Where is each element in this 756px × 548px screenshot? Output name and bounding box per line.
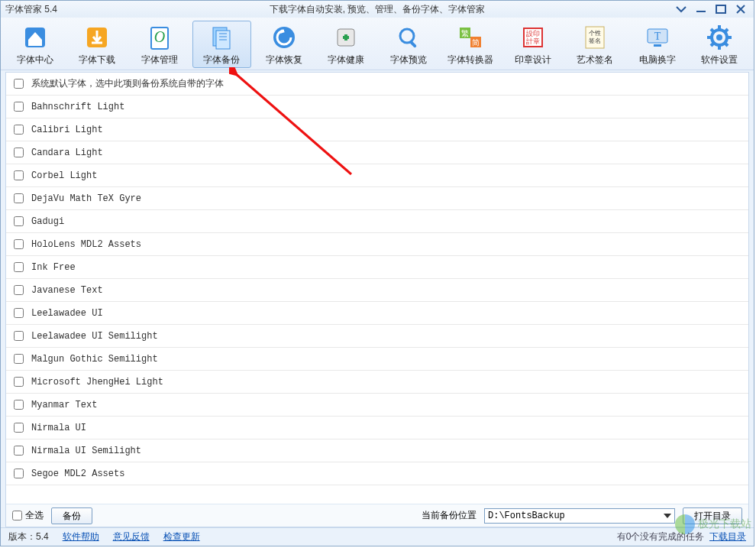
content-panel: 系统默认字体，选中此项则备份系统自带的字体 Bahnschrift Light … (5, 72, 749, 527)
font-checkbox[interactable] (14, 148, 24, 157)
toolbar-font-backup[interactable]: 字体备份 (192, 21, 252, 68)
font-name: Javanese Text (31, 285, 103, 296)
font-row[interactable]: Corbel Light (6, 164, 748, 187)
feedback-link[interactable]: 意见反馈 (113, 530, 150, 543)
font-row[interactable]: Gadugi (6, 210, 748, 233)
close-icon[interactable] (732, 3, 749, 15)
help-link[interactable]: 软件帮助 (63, 530, 99, 543)
version-label: 版本：5.4 (8, 530, 49, 543)
toolbar-settings[interactable]: 软件设置 (690, 21, 750, 68)
font-checkbox[interactable] (14, 377, 24, 387)
font-name: Ink Free (31, 262, 76, 273)
seal-icon: 設印計章 (519, 23, 548, 52)
toolbar-label: 字体健康 (328, 54, 364, 66)
font-name: Nirmala UI (31, 423, 86, 433)
svg-text:O: O (154, 28, 165, 45)
font-checkbox[interactable] (14, 102, 24, 112)
toolbar-font-restore[interactable]: 字体恢复 (254, 21, 314, 68)
gear-icon (705, 23, 734, 52)
svg-rect-11 (409, 41, 417, 48)
toolbar-font-download[interactable]: 字体下载 (68, 21, 128, 68)
font-row[interactable]: Javanese Text (6, 279, 748, 302)
font-checkbox[interactable] (14, 400, 24, 410)
select-all-input[interactable] (12, 511, 22, 520)
font-row[interactable]: Nirmala UI (6, 417, 748, 439)
font-row[interactable]: Malgun Gothic Semilight (6, 348, 748, 371)
font-checkbox[interactable] (14, 446, 24, 456)
dropdown-icon[interactable] (673, 3, 690, 15)
font-row[interactable]: Leelawadee UI (6, 302, 748, 325)
toolbar-label: 软件设置 (701, 54, 738, 66)
font-checkbox[interactable] (14, 331, 24, 341)
svg-point-10 (400, 29, 414, 43)
font-checkbox[interactable] (14, 170, 24, 180)
svg-text:計章: 計章 (526, 37, 540, 45)
font-row[interactable]: Bahnschrift Light (6, 96, 748, 118)
font-checkbox[interactable] (14, 423, 24, 433)
open-dir-button[interactable]: 打开目录 (683, 507, 742, 524)
font-row[interactable]: Calibri Light (6, 118, 748, 141)
font-checkbox[interactable] (14, 262, 24, 272)
toolbar: 字体中心 字体下载O 字体管理 字体备份 字体恢复 字体健康 字体预览繁简 字体… (1, 18, 754, 70)
font-name: DejaVu Math TeX Gyre (31, 193, 141, 204)
download-dir-link[interactable]: 下载目录 (709, 531, 746, 542)
font-checkbox[interactable] (14, 79, 24, 89)
toolbar-label: 艺术签名 (577, 54, 613, 66)
convert-icon: 繁简 (456, 23, 485, 52)
select-all-checkbox[interactable]: 全选 (12, 509, 44, 522)
svg-point-26 (716, 34, 722, 41)
font-row[interactable]: Nirmala UI Semilight (6, 439, 748, 462)
font-row[interactable]: Candara Light (6, 141, 748, 164)
svg-text:个性: 个性 (589, 30, 601, 37)
minimize-icon[interactable] (693, 3, 709, 15)
font-name: Leelawadee UI Semilight (31, 331, 158, 342)
font-checkbox[interactable] (14, 285, 24, 295)
font-checkbox[interactable] (14, 469, 24, 478)
toolbar-seal-design[interactable]: 設印計章 印章设计 (503, 21, 563, 68)
sign-icon: 个性签名 (580, 23, 609, 52)
font-name: Corbel Light (31, 170, 97, 181)
backup-button[interactable]: 备份 (51, 507, 92, 524)
home-icon (21, 23, 50, 52)
toolbar-label: 字体管理 (141, 54, 178, 66)
backup-path-label: 当前备份位置 (422, 509, 477, 522)
font-checkbox[interactable] (14, 193, 24, 203)
font-row[interactable]: Microsoft JhengHei Light (6, 371, 748, 394)
font-row[interactable]: Myanmar Text (6, 394, 748, 417)
select-all-label: 全选 (25, 509, 44, 522)
toolbar-font-center[interactable]: 字体中心 (5, 21, 65, 68)
svg-rect-0 (696, 11, 706, 12)
svg-line-34 (711, 43, 714, 46)
font-name: 系统默认字体，选中此项则备份系统自带的字体 (31, 77, 224, 90)
font-row[interactable]: Segoe MDL2 Assets (6, 462, 748, 485)
maximize-icon[interactable] (712, 3, 729, 15)
toolbar-font-health[interactable]: 字体健康 (317, 21, 376, 68)
update-link[interactable]: 检查更新 (163, 530, 200, 543)
preview-icon (394, 23, 423, 52)
svg-text:T: T (654, 31, 661, 42)
font-checkbox[interactable] (14, 125, 24, 135)
font-name: Nirmala UI Semilight (31, 446, 141, 456)
toolbar-font-manage[interactable]: O 字体管理 (130, 21, 189, 68)
toolbar-art-sign[interactable]: 个性签名 艺术签名 (566, 21, 625, 68)
download-icon (82, 23, 111, 52)
svg-text:签名: 签名 (589, 37, 601, 44)
font-row[interactable]: Leelawadee UI Semilight (6, 325, 748, 348)
font-list[interactable]: 系统默认字体，选中此项则备份系统自带的字体 Bahnschrift Light … (6, 73, 748, 504)
svg-rect-23 (654, 44, 661, 47)
font-row[interactable]: DejaVu Math TeX Gyre (6, 187, 748, 210)
font-checkbox[interactable] (14, 216, 24, 226)
font-name: Segoe MDL2 Assets (31, 469, 124, 479)
font-row[interactable]: 系统默认字体，选中此项则备份系统自带的字体 (6, 73, 748, 96)
toolbar-label: 字体预览 (390, 54, 427, 66)
toolbar-font-convert[interactable]: 繁简 字体转换器 (441, 21, 501, 68)
font-row[interactable]: Ink Free (6, 256, 748, 279)
toolbar-font-preview[interactable]: 字体预览 (379, 21, 438, 68)
font-checkbox[interactable] (14, 354, 24, 364)
font-checkbox[interactable] (14, 308, 24, 318)
toolbar-pc-font[interactable]: T 电脑换字 (628, 21, 687, 68)
toolbar-label: 字体下载 (79, 54, 115, 66)
font-row[interactable]: HoloLens MDL2 Assets (6, 233, 748, 256)
font-checkbox[interactable] (14, 239, 24, 249)
backup-path-select[interactable]: D:\FontsBackup (484, 508, 675, 524)
